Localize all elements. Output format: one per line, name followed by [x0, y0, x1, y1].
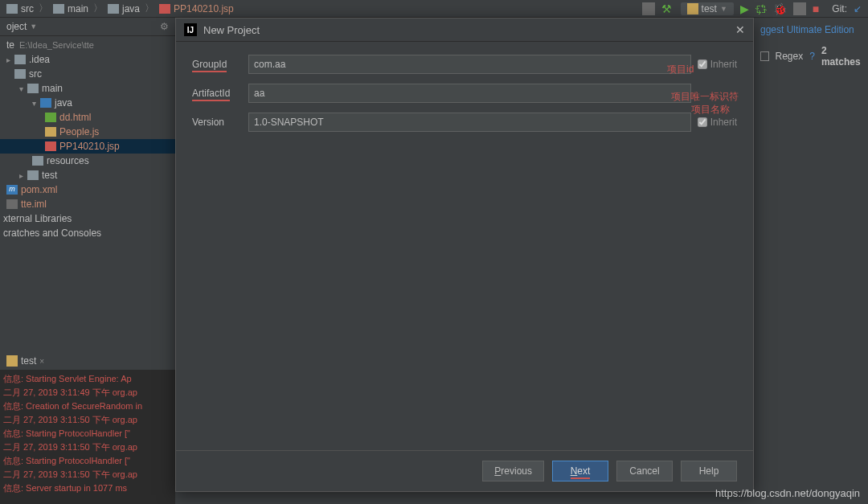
artifactid-input[interactable] [248, 84, 691, 103]
regex-label: Regex [776, 51, 804, 62]
tree-label: dd.html [59, 112, 91, 123]
tree-item-selected[interactable]: PP140210.jsp [0, 139, 175, 154]
artifactid-row: ArtifactId Inherit [192, 84, 737, 103]
tree-item-scratches[interactable]: cratches and Consoles [0, 226, 175, 240]
version-input[interactable] [248, 113, 691, 132]
stop-icon[interactable]: ■ [813, 2, 819, 15]
project-panel: oject ▼ ⚙ te E:\Idea_Service\tte ▸ .idea… [0, 18, 175, 242]
tree-item[interactable]: resources [0, 154, 175, 168]
profile-icon[interactable] [793, 2, 806, 15]
folder-icon [14, 55, 26, 64]
tree-item[interactable]: tte.iml [0, 197, 175, 211]
inherit-checkbox[interactable] [698, 117, 707, 127]
cancel-button[interactable]: Cancel [616, 461, 673, 481]
debug-icon[interactable]: ⮔ [755, 2, 767, 15]
dialog-footer: Previous Next Cancel Help [176, 450, 753, 491]
dialog-body: GroupId Inherit ArtifactId Inherit Versi… [176, 42, 753, 450]
tree-label: tte.iml [21, 199, 47, 210]
folder-icon [27, 170, 39, 180]
git-update-icon[interactable]: ↙ [854, 3, 862, 14]
hammer-icon[interactable]: ⚒ [661, 2, 674, 15]
console-line: 二月 27, 2019 3:11:50 下午 org.ap [3, 440, 172, 454]
new-project-dialog: IJ New Project ✕ GroupId Inherit Artifac… [175, 18, 754, 492]
groupid-label: GroupId [192, 59, 248, 70]
tree-item[interactable]: dd.html [0, 110, 175, 125]
tree-label: main [42, 83, 63, 94]
edition-banner[interactable]: ggest Ultimate Edition [760, 24, 862, 35]
tree-item-root[interactable]: te E:\Idea_Service\tte [0, 38, 175, 52]
tree-label: test [42, 170, 57, 181]
inherit-label: Inherit [710, 117, 737, 128]
chevron-down-icon: ▾ [19, 84, 27, 93]
console-line: 二月 27, 2019 3:11:50 下午 org.ap [3, 413, 172, 427]
console-line: 二月 27, 2019 3:11:50 下午 org.ap [3, 468, 172, 481]
tree-item[interactable]: ▸ test [0, 168, 175, 182]
dialog-title: New Project [203, 24, 260, 36]
previous-button[interactable]: Previous [482, 461, 544, 481]
annotation-groupid: 项目id [667, 63, 694, 76]
run-config-selector[interactable]: test ▼ [681, 2, 734, 15]
chevron-down-icon: ▾ [32, 99, 40, 108]
breadcrumb-item[interactable]: PP140210.jsp [156, 3, 237, 14]
chevron-down-icon: ▼ [720, 5, 727, 13]
annotation-artifactid-1: 项目唯一标识符 [671, 90, 739, 104]
groupid-row: GroupId Inherit [192, 55, 737, 74]
jsp-file-icon [45, 141, 56, 151]
match-count: 2 matches [821, 45, 862, 68]
artifactid-label: ArtifactId [192, 88, 248, 99]
console-line: 信息: Starting ProtocolHandler [" [3, 427, 172, 440]
console-line: 二月 27, 2019 3:11:49 下午 org.ap [3, 386, 172, 400]
tree-label: java [55, 97, 72, 109]
regex-checkbox[interactable] [760, 51, 769, 61]
close-icon[interactable]: ✕ [735, 23, 745, 36]
tree-item[interactable]: ▾ main [0, 81, 175, 96]
tree-item[interactable]: People.js [0, 125, 175, 139]
folder-icon [14, 69, 26, 79]
coverage-icon[interactable]: 🐞 [773, 2, 787, 15]
tree-item[interactable]: ▾ java [0, 96, 175, 110]
run-icon[interactable]: ▶ [740, 2, 749, 15]
js-file-icon [45, 127, 56, 137]
breadcrumb-item[interactable]: main [50, 3, 92, 14]
help-button[interactable]: Help [681, 461, 737, 481]
breadcrumb-item[interactable]: src [3, 3, 37, 14]
console-output[interactable]: 信息: Starting Servlet Engine: Ap 二月 27, 2… [0, 371, 175, 497]
tree-label: src [29, 68, 42, 80]
breadcrumb-label: java [122, 3, 140, 14]
breadcrumb-item[interactable]: java [104, 3, 143, 14]
watermark: https://blog.csdn.net/dongyaqin [715, 487, 860, 499]
inherit-group: Inherit [698, 59, 737, 70]
annotation-artifactid-2: 项目名称 [691, 103, 730, 117]
breadcrumb-label: main [68, 3, 88, 14]
chevron-down-icon[interactable]: ▼ [30, 23, 37, 31]
tree-item-libraries[interactable]: xternal Libraries [0, 211, 175, 226]
tree-path: E:\Idea_Service\tte [19, 40, 94, 50]
tree-label: xternal Libraries [3, 213, 72, 224]
tree-item[interactable]: ▸ .idea [0, 52, 175, 67]
layout-icon[interactable] [642, 2, 655, 15]
intellij-icon: IJ [184, 23, 197, 36]
breadcrumb-label: src [21, 3, 34, 14]
close-icon[interactable]: × [39, 357, 44, 366]
gear-icon[interactable]: ⚙ [160, 21, 169, 32]
run-console: test × 信息: Starting Servlet Engine: Ap 二… [0, 352, 175, 504]
tomcat-icon [687, 3, 698, 14]
console-tab[interactable]: test × [0, 352, 175, 371]
dialog-titlebar[interactable]: IJ New Project ✕ [176, 18, 753, 42]
tree-label: resources [47, 155, 89, 166]
project-panel-title: oject [6, 21, 27, 32]
maven-icon: m [6, 185, 18, 195]
tree-item[interactable]: m pom.xml [0, 182, 175, 197]
groupid-input[interactable] [248, 55, 691, 74]
version-row: Version Inherit [192, 113, 737, 132]
breadcrumb-label: PP140210.jsp [174, 3, 234, 14]
help-icon[interactable]: ? [809, 51, 815, 62]
inherit-checkbox[interactable] [698, 59, 707, 69]
tree-label: pom.xml [21, 184, 57, 195]
tree-item[interactable]: src [0, 67, 175, 81]
chevron-right-icon: ▸ [6, 55, 14, 64]
chevron-right-icon: 〉 [39, 2, 48, 15]
console-line: 信息: Server startup in 1077 ms [3, 481, 172, 495]
next-button[interactable]: Next [552, 461, 608, 481]
html-file-icon [45, 113, 56, 122]
